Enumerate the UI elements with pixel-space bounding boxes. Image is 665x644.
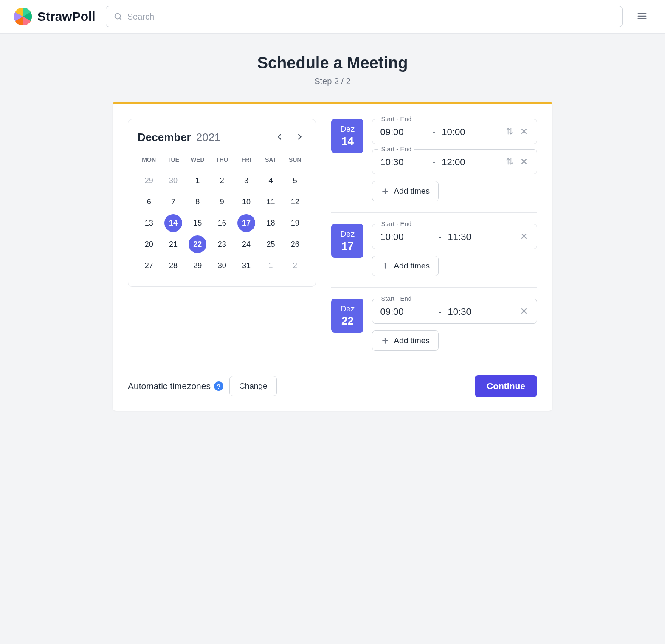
remove-slot-button[interactable]: [519, 306, 529, 317]
calendar-day[interactable]: 2: [284, 256, 306, 275]
calendar-prev-button[interactable]: [273, 130, 286, 144]
svg-line-2: [120, 18, 121, 20]
calendar-day[interactable]: 13: [138, 213, 160, 233]
time-slot[interactable]: Start - End09:00-10:00: [372, 119, 537, 144]
slots-list: Start - End09:00-10:00Start - End10:30-1…: [372, 119, 537, 201]
slot-start[interactable]: 09:00: [380, 127, 432, 138]
main: Schedule a Meeting Step 2 / 2 December 2…: [99, 34, 566, 431]
calendar-dow: WED: [186, 153, 209, 169]
chevron-left-icon: [275, 132, 284, 141]
slot-legend: Start - End: [378, 295, 414, 302]
calendar-day[interactable]: 19: [284, 213, 306, 233]
calendar-day[interactable]: 21: [162, 234, 184, 254]
slot-end[interactable]: 12:00: [442, 157, 504, 168]
calendar-dow: THU: [211, 153, 233, 169]
swap-icon: [505, 157, 514, 166]
calendar-day[interactable]: 15: [186, 213, 209, 233]
close-icon: [520, 127, 528, 136]
date-badge-month: Dez: [341, 304, 355, 314]
add-times-button[interactable]: Add times: [372, 330, 438, 351]
calendar-day[interactable]: 5: [284, 171, 306, 190]
calendar-next-button[interactable]: [293, 130, 306, 144]
calendar-day[interactable]: 17: [235, 213, 257, 233]
calendar-day[interactable]: 26: [284, 234, 306, 254]
date-block: Dez17Start - End10:00-11:30Add times: [331, 224, 537, 288]
remove-slot-button[interactable]: [519, 231, 529, 243]
calendar-day[interactable]: 23: [211, 234, 233, 254]
calendar-day[interactable]: 6: [138, 192, 160, 212]
change-button[interactable]: Change: [229, 376, 277, 396]
search-wrap: [106, 6, 623, 27]
calendar-day[interactable]: 30: [211, 256, 233, 275]
continue-button[interactable]: Continue: [475, 375, 537, 397]
brand[interactable]: StrawPoll: [14, 7, 96, 26]
calendar-day[interactable]: 7: [162, 192, 184, 212]
remove-slot-button[interactable]: [519, 156, 529, 168]
calendar-day[interactable]: 9: [211, 192, 233, 212]
slots-list: Start - End09:00-10:30Add times: [372, 299, 537, 351]
calendar-day[interactable]: 29: [138, 171, 160, 190]
add-times-button[interactable]: Add times: [372, 256, 438, 276]
calendar-month: December: [138, 131, 191, 144]
calendar-day[interactable]: 4: [259, 171, 282, 190]
slot-end[interactable]: 11:30: [448, 232, 519, 243]
date-badge-day: 17: [341, 240, 354, 253]
slot-dash: -: [439, 306, 448, 317]
calendar-day[interactable]: 30: [162, 171, 184, 190]
calendar-day[interactable]: 1: [259, 256, 282, 275]
calendar-day[interactable]: 28: [162, 256, 184, 275]
slot-legend: Start - End: [378, 145, 414, 153]
slot-legend: Start - End: [378, 115, 414, 122]
calendar-day[interactable]: 25: [259, 234, 282, 254]
slot-end[interactable]: 10:00: [442, 127, 504, 138]
calendar-day[interactable]: 1: [186, 171, 209, 190]
plus-icon: [381, 187, 389, 195]
calendar-day[interactable]: 3: [235, 171, 257, 190]
calendar-day[interactable]: 10: [235, 192, 257, 212]
copy-slot-button[interactable]: [504, 126, 515, 138]
time-slot[interactable]: Start - End10:30-12:00: [372, 149, 537, 174]
plus-icon: [381, 262, 389, 270]
hamburger-icon: [636, 10, 648, 22]
calendar-day[interactable]: 22: [186, 234, 209, 254]
menu-button[interactable]: [633, 7, 651, 27]
calendar-day[interactable]: 29: [186, 256, 209, 275]
calendar-year: 2021: [196, 131, 221, 144]
date-badge-day: 22: [341, 314, 354, 328]
slot-start[interactable]: 10:30: [380, 157, 432, 168]
calendar-day[interactable]: 12: [284, 192, 306, 212]
calendar-dow: TUE: [162, 153, 184, 169]
date-badge-month: Dez: [341, 229, 355, 239]
app-header: StrawPoll: [0, 0, 665, 34]
calendar-day[interactable]: 16: [211, 213, 233, 233]
calendar-day[interactable]: 18: [259, 213, 282, 233]
calendar-day[interactable]: 11: [259, 192, 282, 212]
close-icon: [520, 157, 528, 166]
calendar-day[interactable]: 8: [186, 192, 209, 212]
calendar-day[interactable]: 24: [235, 234, 257, 254]
calendar-day[interactable]: 31: [235, 256, 257, 275]
slot-start[interactable]: 09:00: [380, 306, 438, 317]
copy-slot-button[interactable]: [504, 156, 515, 168]
slot-start[interactable]: 10:00: [380, 232, 438, 243]
search-input[interactable]: [106, 6, 623, 27]
date-badge-day: 14: [341, 135, 354, 148]
remove-slot-button[interactable]: [519, 126, 529, 138]
info-icon[interactable]: ?: [214, 381, 223, 391]
add-times-button[interactable]: Add times: [372, 181, 438, 201]
date-block: Dez22Start - End09:00-10:30Add times: [331, 299, 537, 351]
timezone-label-text: Automatic timezones: [128, 381, 211, 391]
time-slot[interactable]: Start - End09:00-10:30: [372, 299, 537, 324]
swap-icon: [505, 127, 514, 136]
calendar-day[interactable]: 14: [162, 213, 184, 233]
calendar-day[interactable]: 20: [138, 234, 160, 254]
date-badge: Dez14: [331, 119, 363, 153]
chevron-right-icon: [295, 132, 304, 141]
time-slot[interactable]: Start - End10:00-11:30: [372, 224, 537, 249]
calendar-day[interactable]: 2: [211, 171, 233, 190]
close-icon: [520, 232, 528, 240]
calendar-day[interactable]: 27: [138, 256, 160, 275]
slot-end[interactable]: 10:30: [448, 306, 519, 317]
calendar-dow: SAT: [259, 153, 282, 169]
brand-name: StrawPoll: [37, 9, 96, 24]
